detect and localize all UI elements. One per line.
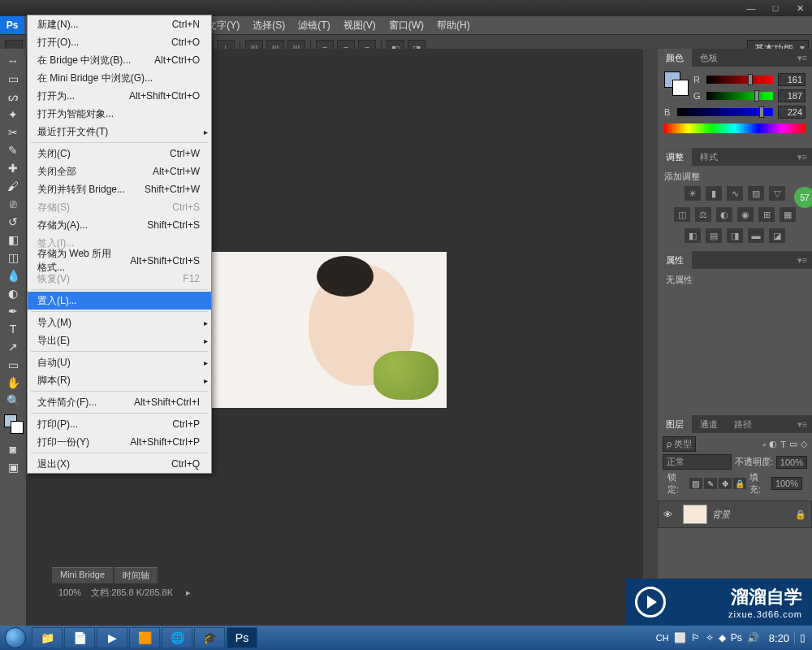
tab-styles[interactable]: 样式 [692,148,726,166]
adj-photo-icon[interactable]: ◉ [737,207,754,222]
tray-ps-icon[interactable]: Ps [731,632,742,644]
menu-item[interactable]: 打印一份(Y)Alt+Shift+Ctrl+P [28,433,211,451]
type-tool-icon[interactable]: T [2,320,24,338]
layer-row[interactable]: 👁 背景 🔒 [658,500,812,528]
shape-tool-icon[interactable]: ▭ [2,356,24,374]
panel-tab-minibridge[interactable]: Mini Bridge [52,567,113,583]
menu-item[interactable]: 新建(N)...Ctrl+N [28,15,211,33]
menu-item[interactable]: 自动(U) [28,353,211,371]
adj-lookup-icon[interactable]: ▦ [780,207,796,222]
panel-menu-icon[interactable]: ▾≡ [793,255,812,266]
ime-indicator[interactable]: CH [656,633,669,643]
document-canvas[interactable] [197,252,447,408]
tab-channels[interactable]: 通道 [692,415,726,433]
tray-flag-icon[interactable]: 🏳 [691,632,701,644]
start-button[interactable] [0,626,31,650]
menu-filter[interactable]: 滤镜(T) [292,16,336,34]
taskbar-app-icon[interactable]: 🟧 [129,627,160,648]
adj-poster-icon[interactable]: ▤ [706,228,722,243]
menu-item[interactable]: 关闭(C)Ctrl+W [28,145,211,162]
move-tool-icon[interactable]: ↔ [2,52,24,70]
zoom-tool-icon[interactable]: 🔍 [2,392,24,410]
crop-tool-icon[interactable]: ✂ [2,124,24,141]
r-value[interactable]: 161 [778,73,806,86]
stamp-tool-icon[interactable]: ⎚ [2,195,24,213]
r-slider[interactable] [706,76,773,84]
adj-levels-icon[interactable]: ▮ [706,186,722,201]
menu-item[interactable]: 在 Mini Bridge 中浏览(G)... [28,69,211,87]
b-value[interactable]: 224 [778,106,806,119]
pen-tool-icon[interactable]: ✒ [2,302,24,320]
menu-item[interactable]: 最近打开文件(T) [28,123,211,141]
menu-item[interactable]: 关闭并转到 Bridge...Shift+Ctrl+W [28,180,211,198]
menu-item[interactable]: 退出(X)Ctrl+Q [28,455,211,473]
taskbar-media-icon[interactable]: ▶ [97,627,127,648]
hand-tool-icon[interactable]: ✋ [2,374,24,392]
color-swatch-tool[interactable] [2,414,24,440]
collapsed-panel-strip[interactable] [643,49,658,626]
lock-all-icon[interactable]: 🔒 [733,478,746,489]
screenmode-icon[interactable]: ▣ [2,458,24,476]
adj-invert-icon[interactable]: ◧ [685,228,701,243]
menu-select[interactable]: 选择(S) [246,16,292,34]
lasso-tool-icon[interactable]: ᔕ [2,88,24,106]
panel-tab-timeline[interactable]: 时间轴 [114,567,158,583]
menu-item[interactable]: 存储为(A)...Shift+Ctrl+S [28,216,211,234]
blend-mode-dropdown[interactable]: 正常 [663,454,732,470]
g-value[interactable]: 187 [778,89,806,102]
gradient-tool-icon[interactable]: ◫ [2,249,24,266]
adj-selcolor-icon[interactable]: ◪ [769,228,785,243]
tab-color[interactable]: 颜色 [658,49,692,67]
eyedropper-tool-icon[interactable]: ✎ [2,141,24,159]
show-desktop-button[interactable]: ▯ [794,632,806,644]
menu-item[interactable]: 存储为 Web 所用格式...Alt+Shift+Ctrl+S [28,252,211,270]
adj-vibrance-icon[interactable]: ▽ [769,186,785,201]
tray-volume-icon[interactable]: 🔊 [747,632,759,644]
filter-pixel-icon[interactable]: ▫ [762,440,766,449]
menu-item[interactable]: 文件简介(F)...Alt+Shift+Ctrl+I [28,393,211,411]
filter-smart-icon[interactable]: ◇ [801,439,807,449]
menu-item[interactable]: 关闭全部Alt+Ctrl+W [28,162,211,180]
taskbar-app-icon[interactable]: 🌐 [162,627,192,648]
tab-paths[interactable]: 路径 [726,415,760,433]
menu-item[interactable]: 打印(P)...Ctrl+P [28,415,211,433]
menu-item[interactable]: 打开(O)...Ctrl+O [28,33,211,51]
adj-exposure-icon[interactable]: ▨ [748,186,764,201]
taskbar-explorer-icon[interactable]: 📁 [32,627,63,648]
color-swatch[interactable] [664,72,689,96]
menu-item[interactable]: 打开为...Alt+Shift+Ctrl+O [28,87,211,105]
wand-tool-icon[interactable]: ✦ [2,106,24,124]
panel-menu-icon[interactable]: ▾≡ [793,152,812,162]
tab-adjustments[interactable]: 调整 [658,148,692,166]
adj-balance-icon[interactable]: ⚖ [695,207,711,222]
adj-brightness-icon[interactable]: ☀ [685,186,701,201]
adj-threshold-icon[interactable]: ◨ [727,228,743,243]
menu-window[interactable]: 窗口(W) [382,16,430,34]
zoom-level[interactable]: 100% [58,587,81,597]
menu-item[interactable]: 置入(L)... [28,292,211,310]
filter-type-icon[interactable]: T [780,440,786,449]
panel-menu-icon[interactable]: ▾≡ [793,53,812,63]
g-slider[interactable] [706,92,773,100]
menu-view[interactable]: 视图(V) [337,16,382,34]
panel-menu-icon[interactable]: ▾≡ [793,419,812,430]
close-button[interactable]: ✕ [789,2,810,15]
tab-layers[interactable]: 图层 [658,415,692,433]
b-slider[interactable] [677,108,773,116]
layer-name[interactable]: 背景 [712,509,730,521]
adj-gradmap-icon[interactable]: ▬ [748,228,764,243]
menu-help[interactable]: 帮助(H) [430,16,477,34]
healing-tool-icon[interactable]: ✚ [2,159,24,177]
adj-hue-icon[interactable]: ◫ [674,207,690,222]
tray-app-icon[interactable]: ◆ [719,632,726,644]
adj-curves-icon[interactable]: ∿ [727,186,743,201]
path-tool-icon[interactable]: ↗ [2,338,24,356]
fill-value[interactable]: 100% [771,477,802,490]
lock-pos-icon[interactable]: ✥ [719,478,732,489]
taskbar-app-icon[interactable]: 🎓 [194,627,225,648]
menu-item[interactable]: 导入(M) [28,314,211,332]
taskbar-app-icon[interactable]: 📄 [64,627,95,648]
dodge-tool-icon[interactable]: ◐ [2,284,24,302]
history-brush-icon[interactable]: ↺ [2,213,24,231]
layer-filter-dropdown[interactable]: ρ 类型 [663,436,696,452]
